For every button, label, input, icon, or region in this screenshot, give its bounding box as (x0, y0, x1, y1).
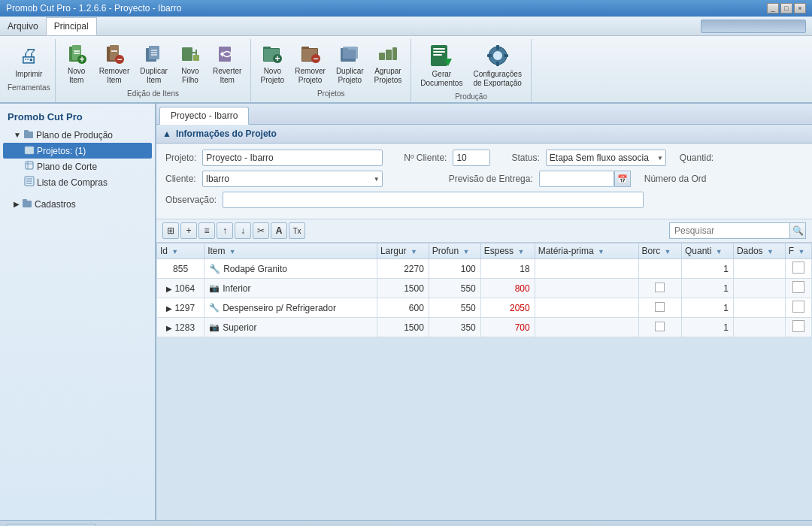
revert-item-button[interactable]: ReverterItem (208, 39, 246, 88)
expand-arrow[interactable]: ▶ (166, 285, 172, 293)
new-item-button[interactable]: + NovoItem (60, 39, 93, 88)
calendar-button[interactable]: 📅 (614, 171, 631, 187)
remove-project-button[interactable]: − RemoverProjeto (290, 39, 330, 88)
cell-id: ▶ 1297 (157, 298, 205, 318)
plano-producao-icon (23, 128, 34, 141)
print-label: Imprimir (15, 70, 42, 79)
sidebar-divider (3, 190, 152, 196)
minimize-button[interactable]: _ (767, 3, 779, 14)
ribbon-group-projetos: + NovoProjeto − RemoverProjeto (251, 39, 411, 102)
duplicate-project-button[interactable]: DuplicarProjeto (332, 39, 368, 88)
toolbar-down-btn[interactable]: ↓ (235, 222, 251, 239)
remove-item-button[interactable]: − RemoverItem (95, 39, 135, 88)
edicao-label: Edição de Itens (127, 89, 179, 98)
cell-profundidade: 350 (429, 318, 480, 337)
svg-text:+: + (275, 53, 280, 64)
sidebar-item-plano-corte[interactable]: Plano de Corte (3, 159, 152, 174)
cell-flag[interactable] (785, 298, 811, 318)
project-area: ▲ Informações do Projeto Projeto: Nº Cli… (156, 125, 812, 337)
cell-dados (733, 259, 785, 279)
cell-bordo (638, 298, 681, 318)
duplicate-item-button[interactable]: DuplicarItem (135, 39, 172, 88)
cell-largura: 1500 (377, 318, 429, 337)
flag-checkbox[interactable] (792, 281, 804, 293)
table-header-row: Id ▼ Item ▼ Largur ▼ Profun ▼ Espess ▼ M… (157, 243, 812, 259)
expand-arrow[interactable]: ▶ (166, 324, 172, 332)
flag-checkbox[interactable] (792, 320, 804, 332)
sidebar-title: Promob Cut Pro (3, 108, 152, 127)
svg-rect-60 (23, 199, 27, 201)
duplicate-project-icon (338, 42, 362, 66)
toolbar-grid-btn[interactable]: ⊞ (162, 222, 179, 239)
cell-quantidade: 1 (681, 279, 733, 298)
project-tab[interactable]: Proyecto - Ibarro (159, 107, 249, 125)
col-id[interactable]: Id ▼ (157, 243, 205, 259)
cell-quantidade: 1 (681, 259, 733, 279)
col-largura[interactable]: Largur ▼ (377, 243, 429, 259)
toolbar-list-btn[interactable]: ≡ (198, 222, 215, 239)
cell-flag[interactable] (785, 318, 811, 337)
plano-producao-arrow: ▼ (14, 131, 21, 139)
previsao-wrapper: 📅 (539, 171, 631, 187)
maximize-button[interactable]: □ (780, 3, 792, 14)
new-child-button[interactable]: NovoFilho (174, 39, 207, 88)
sidebar-item-projetos[interactable]: Projetos: (1) (3, 143, 152, 159)
status-select[interactable]: Etapa Sem fluxo associa (546, 150, 666, 166)
col-flag[interactable]: F ▼ (785, 243, 811, 259)
search-button[interactable]: 🔍 (789, 222, 806, 239)
projeto-input[interactable] (202, 150, 383, 166)
cadastros-label: Cadastros (35, 199, 76, 210)
cell-largura: 600 (377, 298, 429, 318)
duplicate-project-label: DuplicarProjeto (336, 67, 364, 85)
table-row: ▶ 1283 📷 Superior 1500 350 700 (157, 318, 812, 337)
cell-espessura: 2050 (480, 298, 535, 318)
collapse-icon[interactable]: ▲ (162, 128, 171, 139)
cell-flag[interactable] (785, 259, 811, 279)
col-dados[interactable]: Dados ▼ (733, 243, 785, 259)
print-button[interactable]: 🖨 Imprimir (11, 39, 47, 82)
flag-checkbox[interactable] (792, 261, 804, 274)
cell-bordo (638, 259, 681, 279)
window-controls[interactable]: _ □ × (767, 3, 806, 14)
toolbar-add-btn[interactable]: + (180, 222, 197, 239)
close-button[interactable]: × (794, 3, 806, 14)
menu-arquivo[interactable]: Arquivo (0, 18, 46, 35)
row-icon: 🔧 (209, 264, 220, 274)
sidebar-item-plano-producao[interactable]: ▼ Plano de Produção (3, 127, 152, 143)
cell-materia-prima (535, 279, 638, 298)
previsao-input[interactable] (539, 171, 614, 187)
toolbar-up-btn[interactable]: ↑ (217, 222, 233, 239)
col-espessura[interactable]: Espess ▼ (480, 243, 535, 259)
col-quantidade[interactable]: Quanti ▼ (681, 243, 733, 259)
cliente-num-input[interactable] (453, 150, 490, 166)
menu-principal[interactable]: Principal (46, 17, 97, 35)
toolbar-cut-btn[interactable]: ✂ (253, 222, 269, 239)
expand-arrow[interactable]: ▶ (166, 304, 172, 313)
horizontal-scrollbar[interactable] (6, 524, 96, 527)
cell-flag[interactable] (785, 279, 811, 298)
col-bordo[interactable]: Borc ▼ (638, 243, 681, 259)
col-item[interactable]: Item ▼ (205, 243, 377, 259)
new-item-icon: + (65, 42, 89, 66)
toolbar-a-btn[interactable]: A (271, 222, 287, 239)
plano-producao-label: Plano de Produção (36, 130, 113, 141)
observacao-input[interactable] (223, 192, 644, 208)
config-exportacao-button[interactable]: Configuraçõesde Exportação (468, 39, 526, 91)
col-materia-prima[interactable]: Matéria-prima ▼ (535, 243, 638, 259)
cell-item: 📷 Superior (205, 318, 377, 337)
cell-materia-prima (535, 259, 638, 279)
config-exportacao-label: Configuraçõesde Exportação (473, 70, 522, 88)
group-projects-button[interactable]: AgruparProjetos (370, 39, 407, 88)
gerar-documentos-button[interactable]: GerarDocumentos (416, 39, 467, 91)
col-profundidade[interactable]: Profun ▼ (429, 243, 480, 259)
print-icon: 🖨 (15, 42, 42, 69)
sidebar-item-lista-compras[interactable]: Lista de Compras (3, 174, 152, 190)
sidebar-item-cadastros[interactable]: ▶ Cadastros (3, 196, 152, 212)
flag-checkbox[interactable] (792, 301, 804, 313)
cell-dados (733, 279, 785, 298)
new-project-button[interactable]: + NovoProjeto (256, 39, 289, 88)
cell-profundidade: 550 (429, 279, 480, 298)
cliente-select[interactable]: Ibarro (202, 171, 383, 187)
search-input[interactable] (669, 222, 789, 239)
toolbar-tx-btn[interactable]: Tx (289, 222, 305, 239)
